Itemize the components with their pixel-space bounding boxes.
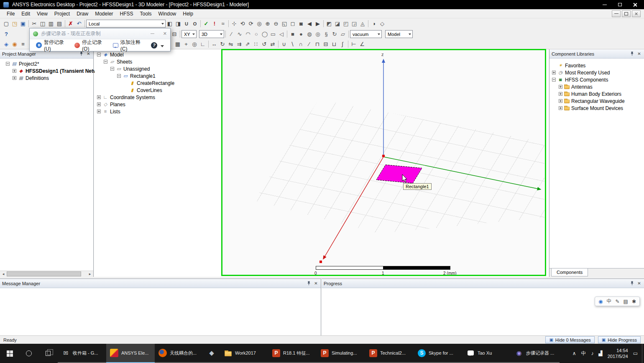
measure-angle-icon[interactable]: ∠ — [358, 40, 366, 49]
menu-project[interactable]: Project — [51, 10, 73, 18]
draw-box-icon[interactable]: ■ — [289, 30, 297, 38]
ime-chinese-icon[interactable]: 中 — [607, 298, 612, 305]
working-cs-icon[interactable]: + — [182, 40, 190, 49]
hide-progress-button[interactable]: ▣ Hide Progress — [598, 336, 641, 343]
taskbar-app-powerpoint-3[interactable]: P Technical2... — [365, 344, 414, 363]
ime-mode-icon[interactable]: ◉ — [598, 299, 603, 304]
menu-window[interactable]: Window — [155, 10, 180, 18]
menu-help[interactable]: Help — [179, 10, 197, 18]
grid-visibility-icon[interactable]: ◨ — [174, 20, 182, 28]
layers-icon[interactable]: ≡ — [19, 40, 27, 49]
pause-record-button[interactable]: 暂停记录(U) — [33, 38, 71, 53]
rotate-icon[interactable]: ↻ — [218, 40, 227, 49]
taskbar-app-pinned[interactable]: ◆ — [203, 344, 220, 363]
sweep-operation-icon[interactable]: ∫ — [338, 40, 347, 49]
help-cursor-icon[interactable]: ? — [2, 30, 10, 38]
tree-node-hfss-components[interactable]: ◙ HFSS Components — [549, 76, 644, 83]
delete-icon[interactable]: ✗ — [66, 20, 75, 28]
copy-icon[interactable]: ◫ — [38, 20, 47, 28]
ime-indicator[interactable]: 中 — [581, 350, 586, 357]
3d-viewport[interactable]: z Rectangle1 0 1 2 (mm) — [221, 49, 546, 276]
print-icon[interactable]: ▤ — [55, 20, 64, 28]
draw-sphere-icon[interactable]: ◍ — [305, 30, 314, 38]
taskbar-app-firefox[interactable]: 天线耦合的... — [155, 344, 203, 363]
recorder-close-button[interactable]: ✕ — [163, 31, 167, 36]
orient-iso-icon[interactable]: ◬ — [358, 20, 367, 28]
tree-node-rectangle1[interactable]: ▭ Rectangle1 — [95, 72, 221, 79]
analyze-all-icon[interactable]: ! — [210, 20, 219, 28]
taskbar-app-work2017[interactable]: Work2017 — [220, 344, 268, 363]
tree-node-most-recently-used[interactable]: ◷ Most Recently Used — [549, 69, 644, 76]
tree-node-antennas[interactable]: Antennas — [549, 83, 644, 90]
start-button[interactable] — [0, 344, 19, 363]
coordinate-system-select[interactable]: Local — [86, 20, 166, 28]
orbit-icon[interactable]: ◎ — [255, 20, 263, 28]
expand-icon[interactable] — [552, 71, 556, 74]
scroll-right-icon[interactable]: ▸ — [87, 271, 93, 277]
menu-draw[interactable]: Draw — [73, 10, 92, 18]
expand-icon[interactable] — [97, 110, 101, 113]
menu-tools[interactable]: Tools — [137, 10, 155, 18]
action-center-icon[interactable]: ▭ — [633, 350, 638, 356]
material-select[interactable]: vacuum — [350, 30, 382, 38]
imprint-icon[interactable]: ⊓ — [313, 40, 322, 49]
taskbar-app-skype[interactable]: S Skype for ... — [414, 344, 463, 363]
hidden-icons-chevron[interactable]: ∧ — [572, 350, 576, 356]
save-icon[interactable]: ▣ — [19, 20, 27, 28]
collapse-icon[interactable] — [97, 53, 101, 56]
collapse-icon[interactable] — [110, 67, 114, 71]
zoom-window-icon[interactable]: ◱ — [280, 20, 289, 28]
recorder-help-button[interactable]: ? — [148, 41, 167, 50]
new-icon[interactable]: ▢ — [2, 20, 10, 28]
grid-settings-icon[interactable]: ▦ — [174, 40, 182, 49]
menu-edit[interactable]: Edit — [18, 10, 33, 18]
mdi-restore-button[interactable] — [622, 10, 631, 17]
orient-bottom-icon[interactable]: ◪ — [333, 20, 342, 28]
view-mode-select[interactable]: 3D — [199, 30, 224, 38]
taskbar-app-powerpoint-2[interactable]: P Simulating... — [317, 344, 365, 363]
expand-icon[interactable] — [559, 106, 562, 110]
steps-recorder-window[interactable]: 步骤记录器 - 现在正在录制 ✕ 暂停记录(U) 停止记录(O) 添加注释(C)… — [29, 28, 171, 51]
tree-node-createrectangle[interactable]: ▮ CreateRectangle — [95, 79, 221, 87]
measure-ruler-icon[interactable]: ∟ — [199, 40, 207, 49]
draw-polygon-icon[interactable]: ◁ — [277, 30, 286, 38]
zoom-out-icon[interactable]: ⊖ — [272, 20, 280, 28]
menu-modeler[interactable]: Modeler — [92, 10, 116, 18]
ime-keyboard-icon[interactable]: ▤ — [624, 299, 628, 304]
collapse-icon[interactable] — [6, 62, 10, 66]
draw-arc-icon[interactable]: ◠ — [244, 30, 252, 38]
expand-icon[interactable] — [559, 85, 562, 89]
draw-line-icon[interactable]: ∕ — [227, 30, 235, 38]
volume-icon[interactable]: ♪ — [591, 350, 593, 356]
horizontal-scrollbar[interactable]: ◂ ▸ — [0, 271, 93, 277]
collapse-icon[interactable] — [104, 60, 107, 64]
recorder-minimize-button[interactable] — [151, 33, 154, 34]
task-view-button[interactable] — [38, 344, 58, 363]
draw-cylinder-icon[interactable]: ● — [297, 30, 305, 38]
tree-node-unassigned[interactable]: ▭ Unassigned — [95, 65, 221, 72]
material-properties-icon[interactable]: ◉ — [10, 40, 19, 49]
scroll-left-icon[interactable]: ◂ — [0, 271, 7, 277]
tree-node-definitions[interactable]: ▦ Definitions — [0, 74, 93, 82]
fit-selection-icon[interactable]: ◙ — [297, 20, 305, 28]
undo-icon[interactable]: ↶ — [75, 20, 83, 28]
orient-back-icon[interactable]: ◲ — [350, 20, 358, 28]
mirror-icon[interactable]: ⇋ — [227, 40, 235, 49]
search-button[interactable] — [19, 344, 38, 363]
cut-icon[interactable]: ✂ — [30, 20, 38, 28]
plane-visibility-icon[interactable]: ◧ — [166, 20, 174, 28]
zoom-in-icon[interactable]: ⊕ — [263, 20, 272, 28]
rotate-axis-icon[interactable]: ⟳ — [247, 20, 255, 28]
move-icon[interactable]: ↔ — [210, 40, 218, 49]
maximize-button[interactable] — [612, 0, 627, 9]
add-comment-button[interactable]: 添加注释(C) — [110, 38, 147, 53]
draw-helix-icon[interactable]: § — [322, 30, 330, 38]
hide-messages-button[interactable]: ▣ Hide 0 Messages — [545, 336, 594, 343]
draw-rectangle-icon[interactable]: ▭ — [269, 30, 277, 38]
tree-node-rectangular-waveguide[interactable]: Rectangular Waveguide — [549, 97, 644, 105]
unite-icon[interactable]: ∪ — [280, 40, 288, 49]
drawing-plane-select[interactable]: XY — [181, 30, 197, 38]
draw-spline-icon[interactable]: ∿ — [235, 30, 244, 38]
tree-node-surface-mount-devices[interactable]: Surface Mount Devices — [549, 105, 644, 112]
minimize-button[interactable] — [597, 0, 612, 9]
